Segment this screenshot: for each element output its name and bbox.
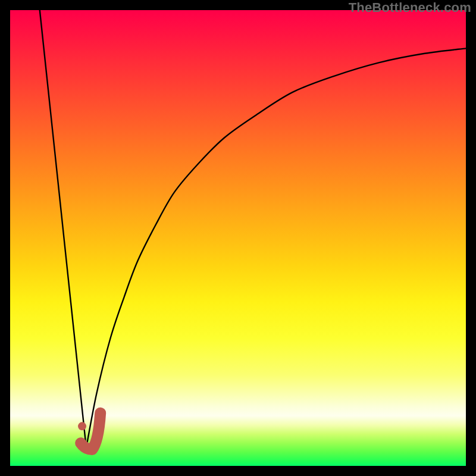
chart-svg (10, 10, 466, 466)
plot-area (10, 10, 466, 466)
right-curve (86, 48, 466, 447)
j-marker-dot (78, 422, 86, 430)
left-line (40, 10, 86, 447)
chart-canvas: TheBottleneck.com (0, 0, 476, 476)
watermark-text: TheBottleneck.com (349, 0, 471, 15)
